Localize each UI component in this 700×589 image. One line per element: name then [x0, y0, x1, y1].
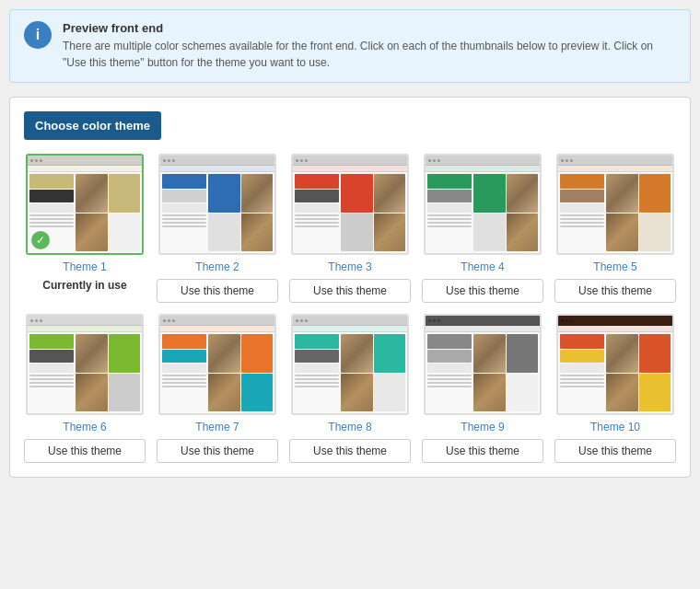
- theme-name-6[interactable]: Theme 6: [63, 421, 106, 433]
- theme-name-7[interactable]: Theme 7: [195, 421, 239, 433]
- use-theme-button-10[interactable]: Use this theme: [554, 439, 676, 463]
- theme-thumbnail-9[interactable]: [424, 314, 542, 415]
- page-wrapper: i Preview front end There are multiple c…: [9, 9, 691, 478]
- theme-thumbnail-1[interactable]: ✓: [26, 154, 144, 255]
- theme-item-5: Theme 5Use this theme: [554, 154, 676, 303]
- info-description: There are multiple color schemes availab…: [63, 38, 676, 71]
- theme-item-2: Theme 2Use this theme: [157, 154, 278, 303]
- theme-item-7: Theme 7Use this theme: [157, 314, 278, 463]
- theme-thumbnail-4[interactable]: [424, 154, 542, 255]
- theme-item-10: Theme 10Use this theme: [554, 314, 676, 463]
- theme-current-label-1: Currently in use: [42, 279, 126, 292]
- theme-item-3: Theme 3Use this theme: [289, 154, 411, 303]
- use-theme-button-3[interactable]: Use this theme: [289, 279, 411, 303]
- theme-thumbnail-3[interactable]: [291, 154, 409, 255]
- info-box: i Preview front end There are multiple c…: [9, 9, 691, 83]
- theme-thumbnail-7[interactable]: [158, 314, 276, 415]
- theme-thumbnail-6[interactable]: [26, 314, 144, 415]
- theme-item-1: ✓Theme 1Currently in use: [24, 154, 146, 303]
- theme-name-3[interactable]: Theme 3: [328, 260, 371, 273]
- use-theme-button-6[interactable]: Use this theme: [24, 439, 146, 463]
- info-text: Preview front end There are multiple col…: [63, 21, 676, 71]
- theme-item-6: Theme 6Use this theme: [24, 314, 146, 463]
- main-panel: Choose color theme ✓Theme 1Currently in …: [9, 97, 691, 478]
- theme-name-4[interactable]: Theme 4: [461, 260, 504, 273]
- use-theme-button-7[interactable]: Use this theme: [157, 439, 278, 463]
- use-theme-button-4[interactable]: Use this theme: [422, 279, 543, 303]
- use-theme-button-8[interactable]: Use this theme: [289, 439, 411, 463]
- theme-item-4: Theme 4Use this theme: [422, 154, 543, 303]
- theme-thumbnail-8[interactable]: [291, 314, 409, 415]
- theme-name-1[interactable]: Theme 1: [63, 260, 106, 273]
- use-theme-button-9[interactable]: Use this theme: [422, 439, 543, 463]
- info-icon: i: [24, 21, 52, 49]
- theme-name-8[interactable]: Theme 8: [328, 421, 371, 433]
- panel-header: Choose color theme: [24, 111, 161, 140]
- theme-thumbnail-10[interactable]: [556, 314, 674, 415]
- theme-item-8: Theme 8Use this theme: [289, 314, 411, 463]
- themes-grid: ✓Theme 1Currently in useTheme 2Use this …: [24, 154, 676, 463]
- use-theme-button-2[interactable]: Use this theme: [157, 279, 278, 303]
- theme-name-2[interactable]: Theme 2: [195, 260, 239, 273]
- active-check-badge: ✓: [31, 231, 50, 249]
- theme-thumbnail-2[interactable]: [158, 154, 276, 255]
- theme-name-9[interactable]: Theme 9: [461, 421, 504, 433]
- use-theme-button-5[interactable]: Use this theme: [554, 279, 676, 303]
- theme-name-10[interactable]: Theme 10: [590, 421, 640, 433]
- theme-thumbnail-5[interactable]: [556, 154, 674, 255]
- theme-item-9: Theme 9Use this theme: [422, 314, 543, 463]
- theme-name-5[interactable]: Theme 5: [593, 260, 636, 273]
- info-title: Preview front end: [63, 21, 676, 35]
